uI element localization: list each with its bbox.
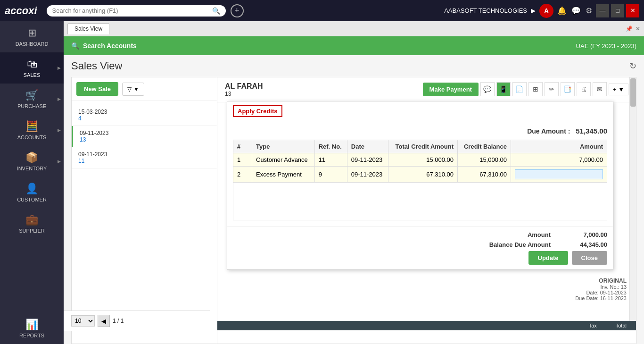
inv-no: Inv. No.: 13 bbox=[575, 284, 627, 290]
sidebar-label-purchase: PURCHASE bbox=[17, 103, 46, 109]
amount-summary-label: Amount bbox=[528, 231, 551, 238]
scrollbar[interactable] bbox=[629, 77, 636, 330]
sale-date: 09-11-2023 bbox=[78, 151, 210, 158]
search-bar[interactable]: 🔍 bbox=[47, 5, 226, 17]
sale-number: 11 bbox=[78, 158, 210, 164]
new-sale-button[interactable]: New Sale bbox=[76, 82, 118, 96]
left-panel: New Sale ▽ ▼ 15-03-2023 4 09-11-2023 bbox=[71, 77, 217, 344]
company-name: AABASOFT TECHNOLOGIES bbox=[444, 7, 527, 14]
chat-icon[interactable]: 💬 bbox=[571, 6, 581, 15]
col-total-credit: Total Credit Amount bbox=[388, 140, 458, 153]
total-header: Total bbox=[606, 321, 636, 330]
sidebar-item-sales[interactable]: 🛍 SALES ▶ bbox=[0, 52, 64, 84]
topbar-right: AABASOFT TECHNOLOGIES ▶ A 🔔 💬 ⚙ — □ ✕ bbox=[444, 4, 639, 18]
tab-pin-button[interactable]: 📌 bbox=[626, 25, 633, 32]
cell-credit-balance: 67,310.00 bbox=[458, 167, 511, 183]
sidebar-item-accounts[interactable]: 🧮 ACCOUNTS ▶ bbox=[0, 115, 64, 146]
accounts-icon: 🧮 bbox=[25, 120, 38, 133]
tabs-bar: Sales View 📌 ✕ bbox=[64, 21, 644, 36]
sidebar-item-customer[interactable]: 👤 CUSTOMER bbox=[0, 177, 64, 208]
cell-ref: 11 bbox=[314, 153, 347, 167]
sales-arrow-icon: ▶ bbox=[58, 66, 61, 70]
update-button[interactable]: Update bbox=[528, 251, 568, 265]
cell-date: 09-11-2023 bbox=[347, 153, 388, 167]
left-panel-toolbar: New Sale ▽ ▼ bbox=[72, 77, 217, 101]
close-button[interactable]: ✕ bbox=[626, 4, 639, 17]
main-layout: ⊞ DASHBOARD 🛍 SALES ▶ 🛒 PURCHASE ▶ 🧮 ACC… bbox=[0, 21, 644, 344]
purchase-arrow-icon: ▶ bbox=[58, 97, 61, 101]
tab-close-button[interactable]: ✕ bbox=[636, 25, 640, 32]
list-item[interactable]: 15-03-2023 4 bbox=[72, 105, 217, 126]
page-header: Sales View ↻ bbox=[64, 55, 644, 77]
customer-icon: 👤 bbox=[25, 183, 38, 195]
filter-button[interactable]: ▽ ▼ bbox=[122, 83, 144, 96]
summary-balance-row: Balance Due Amount 44,345.00 bbox=[233, 241, 607, 248]
cell-type: Excess Payment bbox=[252, 167, 315, 183]
tax-header: Tax bbox=[579, 321, 606, 330]
sales-layout: New Sale ▽ ▼ 15-03-2023 4 09-11-2023 bbox=[71, 77, 636, 344]
search-accounts-bar[interactable]: 🔍 Search Accounts UAE (FY 2023 - 2023) bbox=[64, 36, 644, 55]
list-item[interactable]: 09-11-2023 13 bbox=[72, 126, 217, 147]
settings-icon[interactable]: ⚙ bbox=[586, 6, 592, 15]
sale-number: 4 bbox=[78, 115, 210, 122]
prev-page-button[interactable]: ◀ bbox=[98, 315, 110, 327]
page-title: Sales View bbox=[71, 60, 122, 72]
filter-icon: ▽ bbox=[127, 86, 132, 92]
window-controls: — □ ✕ bbox=[596, 4, 639, 17]
tab-sales-view[interactable]: Sales View bbox=[67, 23, 109, 34]
sale-date: 15-03-2023 bbox=[78, 109, 210, 115]
supplier-icon: 💼 bbox=[25, 214, 38, 226]
col-ref: Ref. No. bbox=[314, 140, 347, 153]
dialog-buttons: Update Close bbox=[233, 251, 607, 265]
cell-amount-input-cell[interactable] bbox=[511, 167, 607, 183]
per-page-select[interactable]: 10 25 50 bbox=[71, 315, 95, 327]
dialog-title: Apply Credits bbox=[233, 105, 282, 117]
add-button[interactable]: + bbox=[231, 4, 244, 17]
inv-date: Date: 09-11-2023 bbox=[575, 290, 627, 295]
topbar-icons: 🔔 💬 ⚙ bbox=[557, 6, 592, 15]
refresh-button[interactable]: ↻ bbox=[629, 61, 636, 71]
main-content: New Sale ▽ ▼ 15-03-2023 4 09-11-2023 bbox=[64, 77, 644, 344]
sidebar-item-supplier[interactable]: 💼 SUPPLIER bbox=[0, 208, 64, 239]
sale-number: 13 bbox=[80, 136, 210, 143]
col-num: # bbox=[233, 140, 252, 153]
list-item[interactable]: 09-11-2023 11 bbox=[72, 147, 217, 168]
cell-date: 09-11-2023 bbox=[347, 167, 388, 183]
sidebar-label-supplier: SUPPLIER bbox=[19, 228, 44, 234]
maximize-button[interactable]: □ bbox=[611, 4, 624, 17]
table-row: 1 Customer Advance 11 09-11-2023 15,000.… bbox=[233, 153, 607, 167]
sidebar-label-sales: SALES bbox=[24, 72, 40, 78]
sidebar-label-inventory: INVENTORY bbox=[17, 166, 47, 171]
sidebar-item-inventory[interactable]: 📦 INVENTORY ▶ bbox=[0, 146, 64, 177]
credits-table: # Type Ref. No. Date Total Credit Amount… bbox=[233, 140, 607, 220]
search-icon[interactable]: 🔍 bbox=[212, 7, 220, 15]
minimize-button[interactable]: — bbox=[596, 4, 609, 17]
apply-credits-dialog: Apply Credits Due Amount : 51,345.00 bbox=[217, 77, 636, 344]
purchase-icon: 🛒 bbox=[25, 89, 38, 101]
search-accounts-label: Search Accounts bbox=[83, 42, 137, 50]
reports-icon: 📊 bbox=[25, 319, 38, 331]
right-panel: AL FARAH 13 Make Payment 💬 📱 📄 ⊞ ✏ 📑 🖨 bbox=[217, 77, 636, 344]
dialog-box: Apply Credits Due Amount : 51,345.00 bbox=[227, 101, 613, 270]
search-input[interactable] bbox=[52, 7, 212, 14]
close-dialog-button[interactable]: Close bbox=[572, 251, 607, 265]
tab-controls: 📌 ✕ bbox=[626, 25, 640, 32]
bell-icon[interactable]: 🔔 bbox=[557, 6, 567, 15]
cell-num: 2 bbox=[233, 167, 252, 183]
topbar: accoxi 🔍 + AABASOFT TECHNOLOGIES ▶ A 🔔 💬… bbox=[0, 0, 644, 21]
amount-input[interactable] bbox=[515, 169, 603, 179]
sidebar-item-reports[interactable]: 📊 REPORTS bbox=[0, 313, 64, 344]
filter-dropdown-icon: ▼ bbox=[133, 86, 139, 92]
cell-total-credit: 15,000.00 bbox=[388, 153, 458, 167]
search-accounts-icon: 🔍 bbox=[71, 42, 79, 50]
cell-type: Customer Advance bbox=[252, 153, 315, 167]
sidebar-item-dashboard[interactable]: ⊞ DASHBOARD bbox=[0, 21, 64, 52]
bottom-table-header: Tax Total bbox=[217, 321, 636, 330]
dashboard-icon: ⊞ bbox=[28, 27, 36, 39]
due-amount-row: Due Amount : 51,345.00 bbox=[233, 127, 607, 135]
sidebar-item-purchase[interactable]: 🛒 PURCHASE ▶ bbox=[0, 84, 64, 115]
inventory-icon: 📦 bbox=[25, 151, 38, 164]
content-area: Sales View 📌 ✕ 🔍 Search Accounts UAE (FY… bbox=[64, 21, 644, 344]
col-type: Type bbox=[252, 140, 315, 153]
due-label: Due Amount : bbox=[527, 127, 570, 135]
